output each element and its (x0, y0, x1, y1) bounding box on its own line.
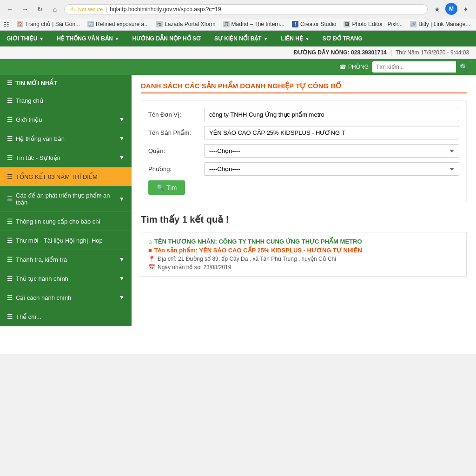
bookmark-favicon: 🖼 (344, 21, 350, 27)
chevron-down-icon: ▼ (39, 36, 44, 41)
search-input-wrap: 🔍 (372, 61, 471, 73)
list-icon: ☰ (7, 237, 13, 244)
chevron-down-icon: ▼ (305, 36, 310, 41)
results-section: Tìm thấy 1 kết quả ! ⌂ TÊN THƯƠNG NHÂN: … (141, 209, 467, 286)
bookmark-favicon: f (292, 21, 298, 27)
content-wrapper: ☰ TIN MỚI NHẤT ☰ Trang chủ ☰ Giới thiệu … (0, 75, 476, 354)
sidebar-item-thu-moi[interactable]: ☰ Thư mời - Tài liệu Hội nghị, Hop (0, 231, 132, 250)
sidebar-item-he-thong[interactable]: ☰ Hệ thống văn bản ▼ (0, 129, 132, 148)
list-icon: ☰ (7, 135, 13, 142)
nav-item-he-thong[interactable]: HỆ THỐNG VĂN BẢN ▼ (50, 31, 126, 46)
website: GIỚI THIỆU ▼ HỆ THỐNG VĂN BẢN ▼ HƯỚNG DẪ… (0, 31, 476, 354)
sidebar-item-trang-chu[interactable]: ☰ Trang chủ (0, 91, 132, 110)
separator: | (106, 6, 107, 13)
address-bar-wrap: ⚠ Not secure | (64, 4, 428, 14)
nav-item-su-kien[interactable]: SỰ KIỆN NỔI BẬT ▼ (208, 31, 275, 46)
location-icon: 📍 (148, 256, 155, 262)
list-icon: ☰ (7, 195, 13, 203)
ten-don-vi-input[interactable] (204, 108, 459, 121)
search-icon: 🔍 (157, 184, 164, 191)
home-button[interactable]: ⌂ (48, 3, 61, 16)
result-address: 📍 Địa chỉ: 21 Đường số 89, ấp Cây Da , x… (148, 256, 459, 262)
search-form-button[interactable]: 🔍 Tìm (148, 180, 185, 195)
results-count: Tìm thấy 1 kết quả ! (141, 214, 467, 225)
result-product: ■ Tên sản phẩm: YÊN SÀO CAO CẤP 25% KIDS… (148, 247, 459, 254)
quan-select[interactable]: ----Chọn---- (204, 144, 459, 158)
url-input[interactable] (110, 6, 422, 13)
sidebar-item-cai-cach[interactable]: ☰ Cải cách hành chính ▼ (0, 288, 132, 307)
chevron-down-icon: ▼ (119, 135, 125, 142)
home-icon: ⌂ (148, 238, 152, 245)
bookmark-bitly[interactable]: 🔗 Bitly | Link Manage... (408, 20, 472, 28)
search-submit-button[interactable]: 🔍 (456, 61, 471, 73)
nav-item-so-do[interactable]: SƠ ĐỒ TRANG (316, 31, 369, 46)
refresh-button[interactable]: ↻ (33, 3, 46, 16)
search-form: Tên Đơn Vị: Tên Sản Phẩm: Quận: ----Chọn… (141, 100, 467, 202)
list-icon: ☰ (7, 79, 13, 86)
sidebar-item-gioi-thieu[interactable]: ☰ Giới thiệu ▼ (0, 110, 132, 129)
list-icon: ☰ (7, 97, 13, 104)
star-button[interactable]: ★ (430, 3, 443, 16)
result-item: ⌂ TÊN THƯƠNG NHÂN: CÔNG TY TNHH CUNG ỨNG… (141, 232, 467, 277)
bookmark-refined[interactable]: 🔄 Refined exposure a... (86, 20, 151, 28)
separator: | (390, 49, 392, 56)
sidebar-item-de-an[interactable]: ☰ Các đề án phát triển thực phẩm an toàn… (0, 186, 132, 212)
ten-san-pham-label: Tên Sản Phẩm: (148, 129, 204, 136)
result-merchant: ⌂ TÊN THƯƠNG NHÂN: CÔNG TY TNHH CUNG ỨNG… (148, 238, 459, 245)
bookmark-photo[interactable]: 🖼 Photo Editor : Pixlr... (342, 20, 404, 28)
sidebar-header: ☰ TIN MỚI NHẤT (0, 75, 132, 91)
browser-toolbar: ← → ↻ ⌂ ⚠ Not secure | ★ M ✦ (0, 0, 476, 19)
chevron-down-icon: ▼ (119, 294, 125, 301)
ten-don-vi-label: Tên Đơn Vị: (148, 111, 204, 118)
browser-nav-buttons: ← → ↻ ⌂ (4, 3, 61, 16)
sidebar-item-tong-ket[interactable]: ☰ TỔNG KẾT 03 NĂM THÍ ĐIỂM (0, 167, 132, 186)
sidebar-item-tin-tuc[interactable]: ☰ Tin tức - Sự kiện ▼ (0, 148, 132, 167)
search-icon: 🔍 (460, 63, 468, 71)
forward-button[interactable]: → (19, 3, 32, 16)
phuong-label: Phường: (148, 165, 204, 172)
list-icon: ☰ (7, 116, 13, 123)
page-title: DANH SÁCH CÁC SẢN PHẨM DOANH NGHIỆP TỰ C… (141, 82, 467, 93)
hotline-bar: ĐƯỜNG DÂY NÓNG: 028.39301714 | Thứ Năm 1… (0, 46, 476, 59)
main-content: DANH SÁCH CÁC SẢN PHẨM DOANH NGHIỆP TỰ C… (132, 75, 476, 354)
search-input[interactable] (372, 62, 456, 72)
header-search-bar: ☎ PHÒNG 🔍 (0, 59, 476, 75)
sidebar-item-thong-tin[interactable]: ☰ Thông tin cung cấp cho báo chí (0, 212, 132, 231)
phuong-row: Phường: ----Chọn---- (148, 162, 459, 176)
bookmark-lazada[interactable]: 🛍 Lazada Portal Xform (154, 20, 217, 28)
bookmark-favicon: 🔄 (87, 21, 94, 27)
sidebar-item-thanh-tra[interactable]: ☰ Thanh tra, kiểm tra ▼ (0, 250, 132, 269)
bookmark-favicon: 🔗 (410, 21, 416, 27)
back-button[interactable]: ← (4, 3, 17, 16)
chevron-down-icon: ▼ (119, 196, 125, 202)
list-icon: ☰ (7, 154, 13, 161)
bookmark-favicon: 🎵 (223, 21, 230, 27)
nav-item-lien-he[interactable]: LIÊN HỆ ▼ (275, 31, 316, 46)
ten-don-vi-row: Tên Đơn Vị: (148, 108, 459, 121)
calendar-icon: 📅 (148, 264, 155, 271)
chevron-down-icon: ▼ (119, 256, 125, 263)
list-icon: ☰ (7, 218, 13, 225)
phuong-select[interactable]: ----Chọn---- (204, 162, 459, 176)
chevron-down-icon: ▼ (119, 154, 125, 161)
nav-item-gioi-thieu[interactable]: GIỚI THIỆU ▼ (0, 31, 50, 46)
extension-button[interactable]: ✦ (459, 3, 472, 16)
sidebar-item-the-chi[interactable]: ☰ Thể chí... (0, 307, 132, 326)
bookmark-trang-chu[interactable]: 🏠 Trang chủ | Sài Gòn... (15, 20, 82, 28)
browser-chrome: ← → ↻ ⌂ ⚠ Not secure | ★ M ✦ ☷ 🏠 Trang c… (0, 0, 476, 31)
profile-button[interactable]: M (445, 3, 457, 15)
nav-item-huong-dan[interactable]: HƯỚNG DẪN NỘP HỒ SƠ (126, 31, 208, 46)
list-icon: ☰ (7, 275, 13, 282)
apps-icon[interactable]: ☷ (4, 21, 9, 28)
ten-san-pham-input[interactable] (204, 126, 459, 139)
sidebar-item-thu-tuc[interactable]: ☰ Thủ tục hành chính ▼ (0, 269, 132, 288)
list-icon: ☰ (7, 313, 13, 320)
ten-san-pham-row: Tên Sản Phẩm: (148, 126, 459, 139)
bookmark-creator[interactable]: f Creator Studio (290, 20, 338, 28)
bookmark-favicon: 🏠 (17, 21, 23, 27)
bookmark-madrid[interactable]: 🎵 Madrid – The Intern... (221, 20, 287, 28)
bookmark-favicon: 🛍 (156, 21, 163, 27)
chevron-down-icon: ▼ (264, 36, 268, 41)
quan-row: Quận: ----Chọn---- (148, 144, 459, 158)
result-date: 📅 Ngày nhận hồ sơ: 23/08/2019 (148, 264, 459, 271)
